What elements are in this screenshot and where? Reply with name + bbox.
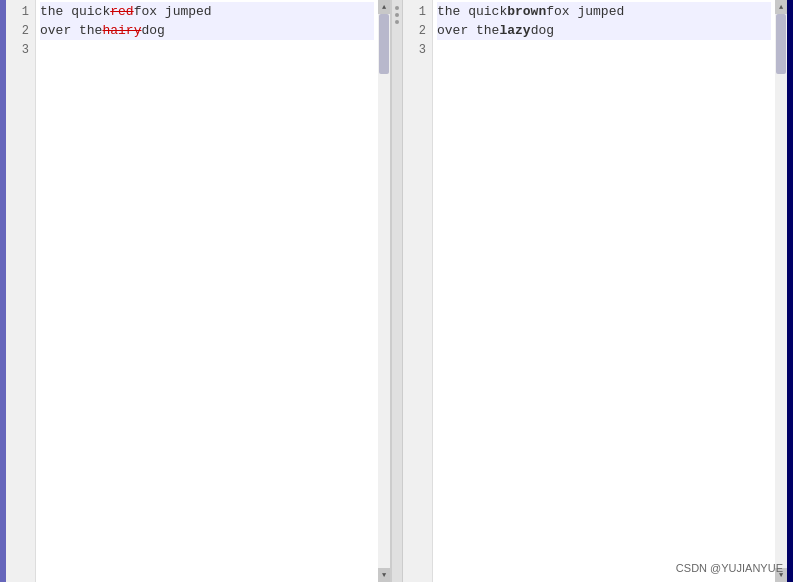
left-l2-seg1: over the xyxy=(40,23,102,38)
left-line-2: over the hairy dog xyxy=(40,21,374,40)
left-l1-red: red xyxy=(110,4,133,19)
left-line-numbers: 1 2 3 xyxy=(6,0,36,582)
right-scrollbar[interactable]: ▲ ▼ xyxy=(775,0,787,582)
left-line-num-1: 1 xyxy=(6,2,35,21)
handle-dot-2 xyxy=(395,13,399,17)
right-line-3 xyxy=(437,40,771,59)
left-line-num-3: 3 xyxy=(6,40,35,59)
right-content: the quick brown fox jumped over the lazy… xyxy=(433,0,775,582)
divider-bar xyxy=(395,6,399,26)
watermark: CSDN @YUJIANYUE xyxy=(676,562,783,574)
handle-dot-3 xyxy=(395,20,399,24)
right-line-num-3: 3 xyxy=(403,40,432,59)
left-line-3 xyxy=(40,40,374,59)
handle-dot-1 xyxy=(395,6,399,10)
left-l2-hairy: hairy xyxy=(102,23,141,38)
left-l2-seg2: dog xyxy=(141,23,164,38)
right-l1-seg2: fox jumped xyxy=(546,4,624,19)
right-l1-brown: brown xyxy=(507,4,546,19)
right-editor: 1 2 3 the quick brown fox jumped over th… xyxy=(403,0,787,582)
right-l2-seg2: dog xyxy=(531,23,554,38)
left-scrollbar[interactable]: ▲ ▼ xyxy=(378,0,390,582)
right-gutter xyxy=(787,0,793,582)
right-l2-seg1: over the xyxy=(437,23,499,38)
right-line-numbers: 1 2 3 xyxy=(403,0,433,582)
right-line-1: the quick brown fox jumped xyxy=(437,2,771,21)
right-scroll-up[interactable]: ▲ xyxy=(775,0,787,14)
left-line-num-2: 2 xyxy=(6,21,35,40)
left-content: the quick red fox jumped over the hairy … xyxy=(36,0,378,582)
right-line-num-1: 1 xyxy=(403,2,432,21)
right-line-num-2: 2 xyxy=(403,21,432,40)
right-line-2: over the lazy dog xyxy=(437,21,771,40)
right-l1-seg1: the quick xyxy=(437,4,507,19)
left-editor: 1 2 3 the quick red fox jumped over the … xyxy=(6,0,391,582)
right-l2-lazy: lazy xyxy=(499,23,530,38)
left-scroll-thumb[interactable] xyxy=(379,14,389,74)
left-scroll-up[interactable]: ▲ xyxy=(378,0,390,14)
main-container: 1 2 3 the quick red fox jumped over the … xyxy=(0,0,793,582)
right-scroll-track[interactable] xyxy=(775,14,787,582)
left-l1-seg1: the quick xyxy=(40,4,110,19)
left-line-1: the quick red fox jumped xyxy=(40,2,374,21)
diff-divider[interactable] xyxy=(391,0,403,582)
right-scroll-thumb[interactable] xyxy=(776,14,786,74)
left-scroll-track[interactable] xyxy=(378,14,390,582)
left-scroll-down[interactable]: ▼ xyxy=(378,568,390,582)
left-l1-seg2: fox jumped xyxy=(134,4,212,19)
